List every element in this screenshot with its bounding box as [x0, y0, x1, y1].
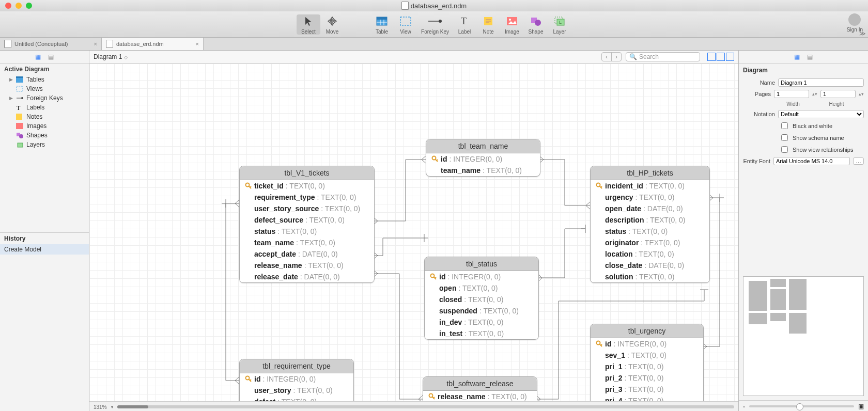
nav-prev[interactable]: ‹: [602, 53, 611, 61]
entity-column[interactable]: defect_source: TEXT(0, 0): [240, 214, 374, 226]
model-tab-icon[interactable]: ▦: [35, 53, 41, 60]
table-tool[interactable]: Table: [370, 14, 394, 35]
tree-layers[interactable]: Layers: [0, 140, 89, 149]
entity-column[interactable]: pri_3: TEXT(0, 0): [591, 384, 703, 395]
entity-column[interactable]: open: TEXT(0, 0): [425, 282, 538, 294]
pages-height-input[interactable]: [820, 90, 856, 98]
entity-column[interactable]: originator: TEXT(0, 0): [591, 237, 709, 248]
entity-column[interactable]: sev_1: TEXT(0, 0): [591, 350, 703, 361]
key-icon: [428, 393, 436, 400]
minimap-zoom-slider[interactable]: [749, 405, 854, 407]
entity-column[interactable]: id: INTEGER(0, 0): [425, 271, 538, 282]
dropdown-icon: ◇: [124, 55, 128, 60]
entity-column[interactable]: suspended: TEXT(0, 0): [425, 305, 538, 317]
layout-toggle[interactable]: [707, 53, 734, 61]
entity-column[interactable]: defect: TEXT(0, 0): [240, 396, 353, 401]
entity-column[interactable]: location: TEXT(0, 0): [591, 248, 709, 260]
entity-column[interactable]: pri_1: TEXT(0, 0): [591, 361, 703, 372]
tree-tables[interactable]: ▶Tables: [0, 75, 89, 84]
chevrons-icon[interactable]: ≫: [859, 30, 866, 37]
zoom-dropdown-icon[interactable]: ▾: [111, 405, 113, 409]
entity-column[interactable]: incident_id: TEXT(0, 0): [591, 180, 709, 192]
zoom-bar: 131%▾: [89, 401, 738, 411]
entity-column[interactable]: id: INTEGER(0, 0): [591, 338, 703, 350]
entity-column[interactable]: user_story_source: TEXT(0, 0): [240, 203, 374, 214]
entity-status[interactable]: tbl_statusid: INTEGER(0, 0)open: TEXT(0,…: [424, 257, 539, 340]
schema-checkbox[interactable]: [781, 134, 788, 141]
entity-column[interactable]: description: TEXT(0, 0): [591, 214, 709, 226]
tab-untitled[interactable]: Untitled (Conceptual)×: [0, 38, 102, 50]
entity-column[interactable]: close_date: DATE(0, 0): [591, 260, 709, 271]
close-icon[interactable]: ×: [94, 41, 97, 47]
entity-column[interactable]: release_name: TEXT(0, 0): [423, 391, 537, 401]
entity-column[interactable]: id: INTEGER(0, 0): [240, 373, 353, 385]
zoom-out-icon[interactable]: ▫: [743, 403, 745, 410]
erd-canvas[interactable]: tbl_V1_ticketsticket_id: TEXT(0, 0)requi…: [89, 64, 738, 401]
entity-column[interactable]: requirement_type: TEXT(0, 0): [240, 192, 374, 203]
diagram-selector[interactable]: Diagram 1 ◇: [94, 53, 128, 60]
list-tab-icon[interactable]: ▤: [48, 53, 54, 60]
entity-team[interactable]: tbl_team_nameid: INTEGER(0, 0)team_name:…: [426, 139, 540, 177]
entity-column[interactable]: urgency: TEXT(0, 0): [591, 192, 709, 203]
entity-sw[interactable]: tbl_software_releaserelease_name: TEXT(0…: [423, 376, 537, 401]
entity-column[interactable]: release_name: TEXT(0, 0): [240, 260, 374, 271]
nav-next[interactable]: ›: [611, 53, 621, 61]
entity-column[interactable]: status: TEXT(0, 0): [591, 226, 709, 237]
foreign-key-tool[interactable]: Foreign Key: [417, 14, 453, 35]
props-tab2-icon[interactable]: ▤: [807, 53, 813, 60]
bw-checkbox[interactable]: [781, 122, 788, 129]
h-scrollbar[interactable]: [117, 405, 734, 408]
label-tool[interactable]: TLabel: [453, 14, 476, 35]
tab-database-erd[interactable]: database_erd.ndm×: [102, 38, 204, 50]
window-title: database_erd.ndm: [0, 2, 868, 10]
entity-column[interactable]: status: TEXT(0, 0): [240, 226, 374, 237]
entity-column[interactable]: open_date: DATE(0, 0): [591, 203, 709, 214]
pages-width-input[interactable]: [774, 90, 809, 98]
entity-column[interactable]: in_test: TEXT(0, 0): [425, 328, 538, 339]
entity-column[interactable]: solution: TEXT(0, 0): [591, 271, 709, 282]
history-item[interactable]: Create Model: [0, 244, 89, 255]
key-icon: [245, 375, 252, 383]
entity-column[interactable]: pri_2: TEXT(0, 0): [591, 372, 703, 384]
entity-column[interactable]: id: INTEGER(0, 0): [426, 153, 540, 165]
zoom-in-icon[interactable]: ▣: [858, 403, 864, 410]
entity-column[interactable]: user_story: TEXT(0, 0): [240, 385, 353, 396]
viewrel-checkbox[interactable]: [781, 146, 788, 153]
shape-tool[interactable]: Shape: [524, 14, 548, 35]
search-input[interactable]: 🔍Search: [626, 52, 700, 61]
entity-v1[interactable]: tbl_V1_ticketsticket_id: TEXT(0, 0)requi…: [239, 166, 375, 283]
entity-req[interactable]: tbl_requirement_typeid: INTEGER(0, 0)use…: [239, 359, 354, 401]
tree-notes[interactable]: Notes: [0, 112, 89, 121]
entity-column[interactable]: release_date: DATE(0, 0): [240, 271, 374, 282]
props-tab-icon[interactable]: ▦: [794, 53, 800, 60]
entity-column[interactable]: team_name: TEXT(0, 0): [240, 237, 374, 248]
move-tool[interactable]: Move: [320, 14, 344, 35]
diagram-name-input[interactable]: [778, 78, 864, 87]
entity-column[interactable]: accept_date: DATE(0, 0): [240, 248, 374, 260]
tree-shapes[interactable]: Shapes: [0, 131, 89, 140]
entity-column[interactable]: ticket_id: TEXT(0, 0): [240, 180, 374, 192]
entity-column[interactable]: closed: TEXT(0, 0): [425, 294, 538, 305]
minimap[interactable]: [743, 276, 864, 396]
note-tool[interactable]: Note: [476, 14, 500, 35]
tree-labels[interactable]: TLabels: [0, 103, 89, 112]
entity-column[interactable]: in_dev: TEXT(0, 0): [425, 317, 538, 328]
entity-hp[interactable]: tbl_HP_ticketsincident_id: TEXT(0, 0)urg…: [590, 166, 710, 283]
entity-urg[interactable]: tbl_urgencyid: INTEGER(0, 0)sev_1: TEXT(…: [590, 324, 704, 401]
right-sidebar: ▦ ▤ Diagram Name Pages▴▾▴▾ WidthHeight N…: [738, 51, 868, 411]
key-icon: [596, 182, 603, 189]
layer-tool[interactable]: LLayer: [548, 14, 571, 35]
view-tool[interactable]: View: [394, 14, 417, 35]
select-tool[interactable]: Select: [297, 14, 320, 35]
tree-views[interactable]: Views: [0, 84, 89, 93]
tree-images[interactable]: Images: [0, 121, 89, 131]
notation-label: Notation: [743, 111, 775, 117]
close-icon[interactable]: ×: [196, 41, 199, 47]
tree-foreign-keys[interactable]: ▶Foreign Keys: [0, 93, 89, 103]
entity-column[interactable]: pri_4: TEXT(0, 0): [591, 395, 703, 401]
entity-column[interactable]: team_name: TEXT(0, 0): [426, 165, 540, 176]
notation-select[interactable]: Default: [778, 110, 864, 118]
entity-font-input[interactable]: [773, 157, 850, 165]
font-more-button[interactable]: …: [853, 157, 864, 165]
image-tool[interactable]: Image: [500, 14, 524, 35]
